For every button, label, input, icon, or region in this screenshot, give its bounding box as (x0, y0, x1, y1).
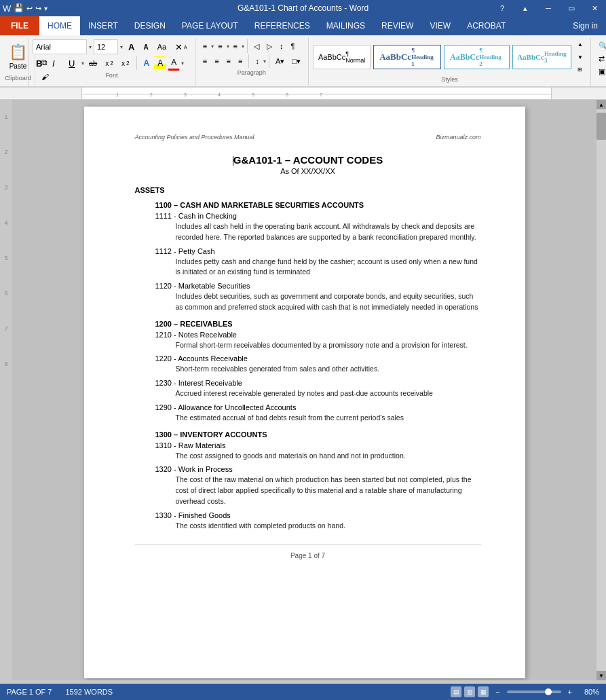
bullets-button[interactable]: ≡ (200, 40, 210, 52)
restore-button[interactable]: ▭ (560, 0, 583, 16)
mailings-tab[interactable]: MAILINGS (318, 16, 373, 35)
font-size-input[interactable] (94, 39, 118, 54)
zoom-slider[interactable] (507, 690, 561, 693)
scrollbar-right[interactable]: ▲ ▼ (596, 100, 606, 680)
underline-button[interactable]: U (65, 56, 80, 71)
zoom-thumb[interactable] (545, 688, 552, 695)
font-size-dropdown-icon[interactable]: ▾ (120, 44, 123, 50)
print-layout-icon[interactable]: ▤ (451, 686, 461, 697)
change-case-button[interactable]: Aa (154, 41, 170, 53)
font-color-dropdown-icon[interactable]: ▾ (181, 60, 184, 67)
line-spacing-dropdown-icon[interactable]: ▾ (263, 58, 266, 65)
superscript-button[interactable]: x2 (118, 58, 133, 69)
styles-expand[interactable]: ⊞ (574, 65, 586, 75)
scroll-down-arrow[interactable]: ▼ (596, 671, 606, 680)
customize-icon[interactable]: ▾ (44, 5, 48, 12)
references-tab[interactable]: REFERENCES (246, 16, 318, 35)
normal-style[interactable]: AaBbCc ¶ Normal (313, 45, 371, 69)
decrease-indent-button[interactable]: ◁ (250, 40, 263, 53)
view-icons: ▤ ▥ ▦ (451, 686, 489, 697)
clear-format-button[interactable]: ✕A (172, 40, 191, 54)
paste-button[interactable]: 📋 Paste (4, 39, 32, 73)
clipboard-group: 📋 Paste Clipboard ✂ ⧉ 🖌 (1, 38, 29, 86)
italic-button[interactable]: I (49, 56, 64, 71)
svg-text:6: 6 (286, 92, 288, 97)
font-grow-button[interactable]: A (125, 40, 138, 54)
styles-scroll-up[interactable]: ▲ (574, 39, 586, 50)
document-page: Accounting Policies and Procedures Manua… (84, 107, 525, 678)
bold-button[interactable]: B (33, 56, 48, 71)
line-spacing-button[interactable]: ↕ (252, 55, 263, 67)
align-center-button[interactable]: ≡ (211, 55, 222, 67)
ribbon-collapse-icon[interactable]: ▴ (514, 0, 537, 16)
insert-tab[interactable]: INSERT (80, 16, 126, 35)
underline-dropdown-icon[interactable]: ▾ (81, 60, 84, 67)
web-layout-icon[interactable]: ▦ (478, 686, 489, 697)
multilevel-button[interactable]: ≡ (230, 40, 241, 52)
doc-header: Accounting Policies and Procedures Manua… (135, 134, 481, 141)
svg-text:3: 3 (184, 92, 187, 97)
review-tab[interactable]: REVIEW (373, 16, 421, 35)
assets-heading: ASSETS (135, 186, 481, 194)
view-tab[interactable]: VIEW (421, 16, 459, 35)
account-1310: 1310 - Raw Materials The cost assigned t… (155, 441, 481, 462)
text-effect-button[interactable]: A (140, 56, 153, 70)
align-left-button[interactable]: ≡ (200, 55, 210, 67)
scroll-track[interactable] (596, 109, 606, 671)
justify-button[interactable]: ≡ (235, 55, 246, 67)
font-name-dropdown-icon[interactable]: ▾ (89, 44, 92, 50)
replace-button[interactable]: ⇄ Replace (595, 52, 606, 65)
full-reading-icon[interactable]: ▥ (464, 686, 475, 697)
ribbon: 📋 Paste Clipboard ✂ ⧉ 🖌 ▾ (0, 35, 606, 88)
styles-scroll-down[interactable]: ▼ (574, 52, 586, 62)
numbering-dropdown-icon[interactable]: ▾ (227, 43, 229, 50)
close-button[interactable]: ✕ (583, 0, 606, 16)
font-group: ▾ ▾ A A Aa ✕A B I U ▾ ab x2 x2 A A A ▾ (29, 38, 195, 86)
subscript-button[interactable]: x2 (102, 58, 117, 69)
font-color-button[interactable]: A (168, 56, 180, 71)
title-bar: W 💾 ↩ ↪ ▾ G&A101-1 Chart of Accounts - W… (0, 0, 606, 16)
heading2-style[interactable]: AaBbCc ¶ Heading 2 (444, 45, 510, 69)
account-1210: 1210 - Notes Receivable Formal short-ter… (155, 331, 481, 351)
zoom-in-icon[interactable]: + (568, 688, 572, 696)
text-highlight-button[interactable]: A (154, 56, 166, 70)
redo-icon[interactable]: ↪ (35, 4, 41, 13)
strikethrough-button[interactable]: ab (86, 57, 100, 69)
scroll-thumb[interactable] (596, 113, 606, 140)
show-marks-button[interactable]: ¶ (288, 40, 299, 52)
paragraph-label: Paragraph (200, 69, 304, 76)
multilevel-dropdown-icon[interactable]: ▾ (242, 43, 244, 50)
scroll-up-arrow[interactable]: ▲ (596, 100, 606, 109)
home-tab[interactable]: HOME (39, 16, 80, 35)
numbering-button[interactable]: ≡ (214, 40, 225, 52)
account-1112: 1112 - Petty Cash Includes petty cash an… (155, 247, 481, 278)
paste-icon: 📋 (9, 43, 27, 61)
sort-button[interactable]: ↕ (276, 40, 287, 52)
zoom-out-icon[interactable]: − (495, 688, 499, 696)
sign-in[interactable]: Sign in (565, 16, 606, 35)
bullets-dropdown-icon[interactable]: ▾ (211, 43, 214, 50)
account-1220: 1220 - Accounts Receivable Short-term re… (155, 354, 481, 375)
help-icon[interactable]: ? (491, 0, 514, 16)
zoom-level[interactable]: 80% (579, 688, 599, 696)
heading1-style[interactable]: AaBbCc ¶ Heading 1 (373, 45, 441, 69)
save-icon[interactable]: 💾 (14, 3, 24, 13)
align-right-button[interactable]: ≡ (223, 55, 234, 67)
find-button[interactable]: 🔍 Find ▾ (595, 39, 606, 52)
design-tab[interactable]: DESIGN (126, 16, 174, 35)
minimize-button[interactable]: ─ (537, 0, 560, 16)
undo-icon[interactable]: ↩ (26, 4, 33, 13)
borders-button[interactable]: □▾ (288, 55, 304, 68)
section-1100: 1100 – CASH AND MARKETABLE SECURITIES AC… (155, 201, 481, 209)
svg-text:7: 7 (320, 92, 322, 97)
font-shrink-button[interactable]: A (140, 41, 151, 53)
status-bar: PAGE 1 OF 7 1592 WORDS ▤ ▥ ▦ − + 80% (0, 684, 606, 700)
font-name-input[interactable] (33, 39, 87, 54)
increase-indent-button[interactable]: ▷ (263, 40, 276, 53)
heading3-style[interactable]: AaBbCc Heading 3 (512, 45, 571, 69)
file-tab[interactable]: FILE (0, 16, 39, 35)
acrobat-tab[interactable]: ACROBAT (459, 16, 514, 35)
page-layout-tab[interactable]: PAGE LAYOUT (174, 16, 246, 35)
shading-button[interactable]: A▾ (272, 55, 288, 68)
select-button[interactable]: ▣ Select ▾ (595, 65, 606, 78)
